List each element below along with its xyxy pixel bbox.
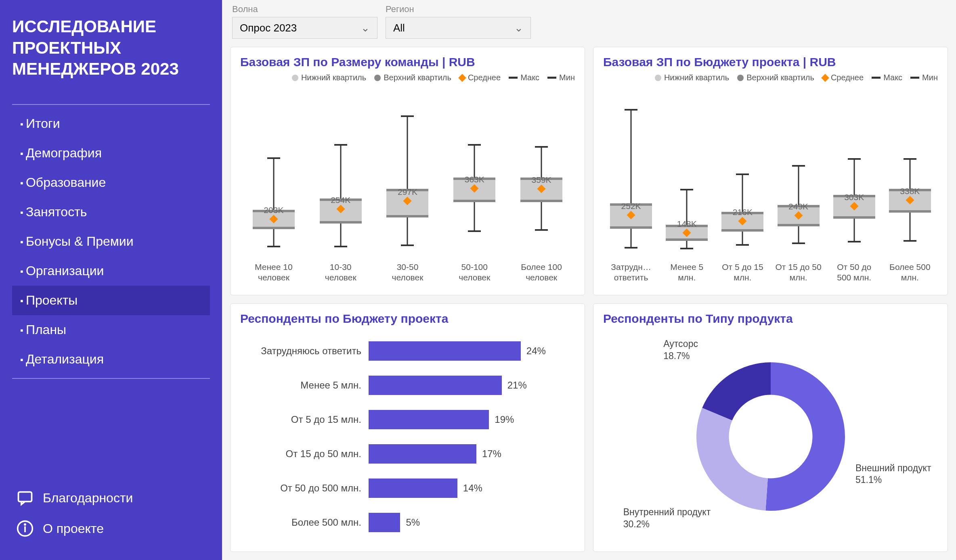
sidebar-item-3[interactable]: Занятость [12, 197, 210, 227]
legend-item: Верхний квартиль [374, 73, 451, 82]
bar-row: Более 500 млн.5% [240, 513, 559, 532]
filter-wave: Волна Опрос 2023 ⌄ [232, 4, 377, 39]
filter-label: Регион [386, 4, 531, 15]
legend-item: Мин [547, 73, 575, 82]
box-col: 303KОт 50 до 500 млн. [830, 104, 878, 284]
box-col: 254K10-30 человек [317, 104, 365, 284]
legend-item: Нижний квартиль [292, 73, 366, 82]
sidebar-item-8[interactable]: Детализация [12, 345, 210, 374]
card-title: Базовая ЗП по Бюджету проекта | RUB [603, 55, 938, 69]
filter-label: Волна [232, 4, 377, 15]
filter-bar: Волна Опрос 2023 ⌄ Регион All ⌄ [230, 0, 948, 47]
bar-row: Менее 5 млн.21% [240, 376, 559, 395]
boxplot-team[interactable]: 203KМенее 10 человек254K10-30 человек297… [240, 86, 575, 287]
sidebar-nav: ИтогиДемографияОбразованиеЗанятостьБонус… [12, 104, 210, 379]
chevron-down-icon: ⌄ [361, 22, 370, 34]
chat-icon [16, 489, 34, 507]
bar-row: От 5 до 15 млн.19% [240, 410, 559, 429]
sidebar-item-4[interactable]: Бонусы & Премии [12, 227, 210, 256]
footer-link-label: О проекте [43, 521, 104, 536]
boxplot-budget[interactable]: 252KЗатрудн… ответить148KМенее 5 млн.216… [603, 86, 938, 287]
footer-link-thanks[interactable]: Благодарности [12, 483, 210, 513]
legend-item: Среднее [459, 73, 501, 82]
legend-item: Верхний квартиль [737, 73, 814, 82]
bar-row: От 15 до 50 млн.17% [240, 444, 559, 464]
chevron-down-icon: ⌄ [514, 22, 523, 34]
card-team-salary: Базовая ЗП по Размеру команды | RUB Нижн… [230, 47, 585, 295]
box-col: 297K30-50 человек [383, 104, 432, 284]
sidebar-footer: Благодарности О проекте [12, 466, 210, 544]
card-product-type: Респонденты по Типу продукта Внешний про… [593, 303, 948, 552]
chart-legend: Нижний квартиль Верхний квартиль Среднее… [240, 73, 575, 82]
sidebar-item-5[interactable]: Организации [12, 256, 210, 286]
box-col: 252KЗатрудн… ответить [607, 104, 655, 284]
footer-link-about[interactable]: О проекте [12, 513, 210, 544]
donut-label: Аутсорс18.7% [663, 338, 698, 362]
info-icon [16, 520, 34, 537]
filter-value: Опрос 2023 [240, 22, 297, 34]
donut-chart[interactable]: Внешний продукт51.1% Внутренний продукт3… [603, 330, 938, 543]
box-col: 359KБолее 100 человек [517, 104, 566, 284]
sidebar-item-0[interactable]: Итоги [12, 109, 210, 138]
card-budget-respondents: Респонденты по Бюджету проекта Затрудняю… [230, 303, 585, 552]
legend-item: Мин [910, 73, 938, 82]
donut-svg [678, 344, 864, 529]
legend-item: Макс [872, 73, 902, 82]
donut-label: Внешний продукт51.1% [855, 462, 931, 487]
filter-value: All [393, 22, 405, 34]
legend-item: Среднее [822, 73, 864, 82]
box-col: 203KМенее 10 человек [249, 104, 298, 284]
svg-rect-0 [19, 492, 32, 501]
bar-row: Затрудняюсь ответить24% [240, 341, 559, 361]
box-col: 249KОт 15 до 50 млн. [774, 104, 823, 284]
card-title: Респонденты по Бюджету проекта [240, 312, 575, 326]
barchart-budget[interactable]: Затрудняюсь ответить24%Менее 5 млн.21%От… [240, 330, 575, 543]
main: Волна Опрос 2023 ⌄ Регион All ⌄ Базовая … [222, 0, 956, 560]
footer-link-label: Благодарности [43, 491, 133, 506]
box-col: 338KБолее 500 млн. [886, 104, 934, 284]
filter-region: Регион All ⌄ [386, 4, 531, 39]
card-budget-salary: Базовая ЗП по Бюджету проекта | RUB Нижн… [593, 47, 948, 295]
box-col: 363K50-100 человек [450, 104, 499, 284]
sidebar-item-6[interactable]: Проекты [12, 286, 210, 315]
legend-item: Макс [509, 73, 539, 82]
sidebar-title: ИССЛЕДОВАНИЕ ПРОЕКТНЫХ МЕНЕДЖЕРОВ 2023 [12, 16, 210, 80]
donut-label: Внутренний продукт30.2% [623, 506, 711, 531]
sidebar-item-7[interactable]: Планы [12, 315, 210, 345]
chart-grid: Базовая ЗП по Размеру команды | RUB Нижн… [230, 47, 948, 552]
sidebar: ИССЛЕДОВАНИЕ ПРОЕКТНЫХ МЕНЕДЖЕРОВ 2023 И… [0, 0, 222, 560]
filter-select-wave[interactable]: Опрос 2023 ⌄ [232, 17, 377, 39]
box-col: 216KОт 5 до 15 млн. [718, 104, 767, 284]
bar-row: От 50 до 500 млн.14% [240, 479, 559, 498]
chart-legend: Нижний квартиль Верхний квартиль Среднее… [603, 73, 938, 82]
sidebar-item-1[interactable]: Демография [12, 138, 210, 168]
box-col: 148KМенее 5 млн. [662, 104, 711, 284]
card-title: Базовая ЗП по Размеру команды | RUB [240, 55, 575, 69]
filter-select-region[interactable]: All ⌄ [386, 17, 531, 39]
svg-point-3 [25, 524, 25, 525]
sidebar-item-2[interactable]: Образование [12, 168, 210, 197]
card-title: Респонденты по Типу продукта [603, 312, 938, 326]
legend-item: Нижний квартиль [655, 73, 729, 82]
